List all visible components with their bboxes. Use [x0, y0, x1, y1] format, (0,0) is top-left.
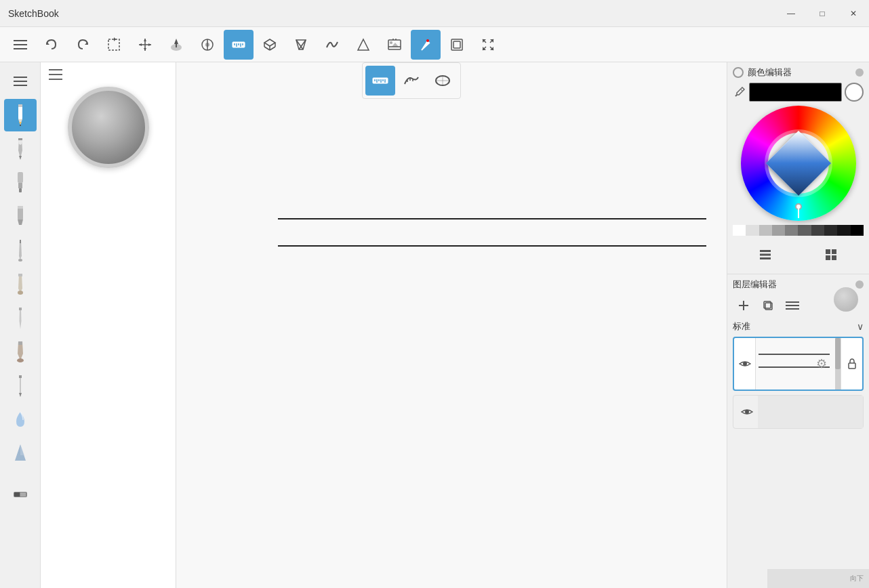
- add-layer-btn[interactable]: [733, 295, 754, 316]
- color-editor-header-left: 颜色编辑器: [733, 66, 792, 79]
- toolbar-ruler[interactable]: [224, 30, 254, 60]
- drawing-canvas-area[interactable]: [176, 62, 727, 588]
- toolbar-symmetry[interactable]: [193, 30, 222, 60]
- gray-swatch-8[interactable]: [837, 225, 850, 236]
- svg-point-86: [17, 358, 24, 362]
- secondary-color-swatch[interactable]: [845, 83, 864, 102]
- layer-item-1[interactable]: ⚙: [733, 337, 864, 391]
- layer-menu-btn[interactable]: [782, 295, 803, 316]
- svg-rect-85: [19, 308, 22, 310]
- svg-marker-35: [392, 43, 399, 47]
- layer-1-thumb: ⚙: [756, 338, 841, 390]
- tool-brush2[interactable]: [4, 268, 37, 301]
- svg-point-116: [743, 362, 747, 366]
- color-editor-icon: [733, 67, 744, 78]
- color-wheel[interactable]: [741, 106, 856, 221]
- svg-rect-105: [826, 249, 830, 254]
- maximize-button[interactable]: □: [807, 0, 838, 27]
- color-layout-list[interactable]: [753, 243, 777, 267]
- minimize-button[interactable]: —: [775, 0, 807, 27]
- eyedropper-tool[interactable]: [733, 85, 746, 99]
- toolbar-expand[interactable]: [473, 30, 503, 60]
- toolbar-shape[interactable]: [348, 30, 378, 60]
- gray-swatch-9[interactable]: [851, 225, 864, 236]
- drawing-canvas[interactable]: [176, 62, 727, 588]
- right-panel: 颜色编辑器: [727, 62, 869, 588]
- color-editor-title: 颜色编辑器: [748, 66, 792, 79]
- tool-brush3[interactable]: [4, 302, 37, 335]
- svg-rect-43: [453, 41, 460, 48]
- layer-1-visibility[interactable]: [734, 338, 756, 390]
- layer-1-lock[interactable]: [841, 338, 862, 390]
- toolbar-select[interactable]: [99, 30, 129, 60]
- gray-swatch-7[interactable]: [824, 225, 837, 236]
- toolbar-3d[interactable]: [255, 30, 285, 60]
- tool-brush4[interactable]: [4, 336, 37, 369]
- toolbar-move[interactable]: [130, 30, 160, 60]
- svg-rect-1: [14, 44, 27, 45]
- svg-rect-76: [18, 183, 22, 188]
- tool-triangle[interactable]: [4, 438, 37, 470]
- svg-rect-77: [19, 188, 22, 192]
- svg-rect-115: [786, 308, 799, 310]
- brush-panel-menu[interactable]: [46, 68, 170, 81]
- subtool-curve-ruler[interactable]: [397, 66, 426, 96]
- ruler-subtoolbar: [362, 62, 461, 99]
- gray-swatch-5[interactable]: [798, 225, 811, 236]
- toolbar-distort[interactable]: [286, 30, 316, 60]
- layer-mode-chevron[interactable]: ∨: [857, 321, 864, 332]
- brush-list-btn[interactable]: [4, 65, 37, 98]
- tool-ink-pen[interactable]: [4, 133, 37, 165]
- current-color-swatch[interactable]: [749, 83, 842, 102]
- tool-chisel[interactable]: [4, 201, 37, 233]
- toolbar-undo[interactable]: [37, 30, 66, 60]
- svg-rect-93: [14, 492, 20, 497]
- svg-line-28: [264, 47, 270, 50]
- svg-line-101: [740, 89, 743, 91]
- svg-rect-65: [14, 77, 27, 78]
- gray-swatch-4[interactable]: [785, 225, 798, 236]
- toolbar-photo[interactable]: [380, 30, 409, 60]
- color-layout-grid[interactable]: [819, 243, 843, 267]
- svg-point-118: [745, 410, 749, 414]
- svg-point-17: [205, 43, 209, 47]
- toolbar-redo[interactable]: [68, 30, 98, 60]
- layer-editor-header-left: 图层编辑器: [733, 278, 777, 291]
- tool-brush5[interactable]: [4, 370, 37, 402]
- gray-swatch-2[interactable]: [759, 225, 772, 236]
- gray-swatch-6[interactable]: [811, 225, 824, 236]
- toolbar-pen[interactable]: [411, 30, 441, 60]
- layer-editor-collapse[interactable]: [855, 280, 864, 289]
- gray-swatch-1[interactable]: [746, 225, 759, 236]
- tool-drop[interactable]: [4, 404, 37, 436]
- svg-rect-82: [20, 240, 21, 243]
- svg-marker-73: [19, 156, 22, 160]
- layer-2-visibility[interactable]: [736, 396, 758, 428]
- tool-brush1[interactable]: [4, 234, 37, 267]
- layer-item-2[interactable]: [733, 395, 864, 429]
- toolbar-curve[interactable]: [317, 30, 347, 60]
- statusbar: 向下: [767, 569, 869, 588]
- duplicate-layer-btn[interactable]: [757, 295, 779, 316]
- color-editor-collapse[interactable]: [855, 68, 864, 77]
- tool-marker[interactable]: [4, 167, 37, 199]
- svg-rect-117: [849, 363, 855, 369]
- close-button[interactable]: ✕: [838, 0, 869, 27]
- gray-swatch-0[interactable]: [733, 225, 746, 236]
- main-toolbar: [0, 27, 869, 62]
- brush-size-preview[interactable]: [68, 87, 149, 168]
- window-controls: — □ ✕: [775, 0, 869, 27]
- toolbar-menu[interactable]: [5, 30, 35, 60]
- toolbar-fill[interactable]: [161, 30, 191, 60]
- svg-point-81: [18, 259, 22, 261]
- svg-point-41: [426, 39, 429, 42]
- tool-swatch[interactable]: [4, 471, 37, 504]
- gray-swatch-3[interactable]: [772, 225, 785, 236]
- svg-rect-75: [18, 172, 23, 183]
- color-swatch-bar: [733, 83, 864, 102]
- subtool-ruler-straight[interactable]: [365, 66, 395, 96]
- subtool-ellipse[interactable]: [428, 66, 458, 96]
- tool-pencil[interactable]: [4, 99, 37, 131]
- toolbar-frame[interactable]: [442, 30, 472, 60]
- layer-mode-label: 标准: [733, 320, 750, 333]
